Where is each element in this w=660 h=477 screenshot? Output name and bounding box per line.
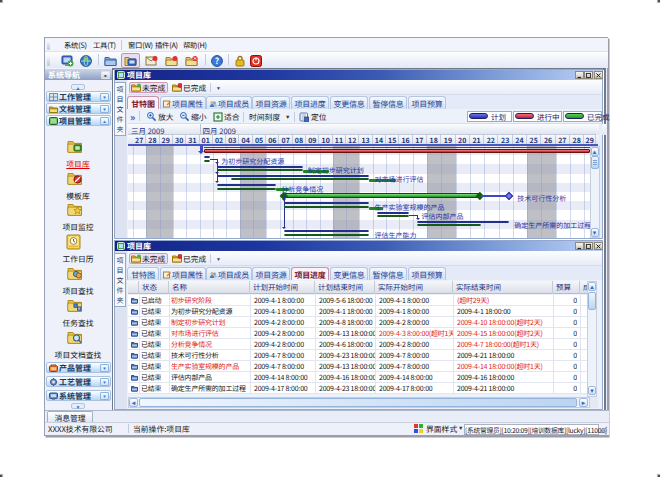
svg-text:?: ? [215, 55, 219, 66]
